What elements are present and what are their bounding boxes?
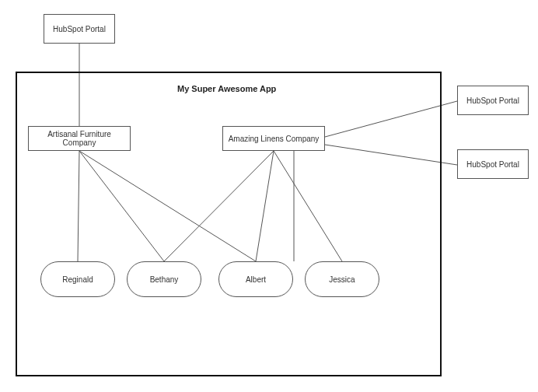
person-jessica: Jessica — [305, 261, 379, 297]
hubspot-portal-top: HubSpot Portal — [44, 14, 115, 44]
person-bethany: Bethany — [127, 261, 201, 297]
hubspot-portal-right-2: HubSpot Portal — [457, 149, 529, 179]
diagram-canvas: My Super Awesome App HubSpot Portal HubS… — [0, 0, 538, 392]
main-app-frame — [16, 72, 442, 376]
hubspot-portal-right-1: HubSpot Portal — [457, 86, 529, 115]
person-albert: Albert — [218, 261, 293, 297]
company-amazing-linens: Amazing Linens Company — [222, 126, 325, 151]
company-artisanal-furniture: Artisanal Furniture Company — [28, 126, 131, 151]
main-app-title: My Super Awesome App — [177, 84, 276, 93]
person-reginald: Reginald — [40, 261, 115, 297]
